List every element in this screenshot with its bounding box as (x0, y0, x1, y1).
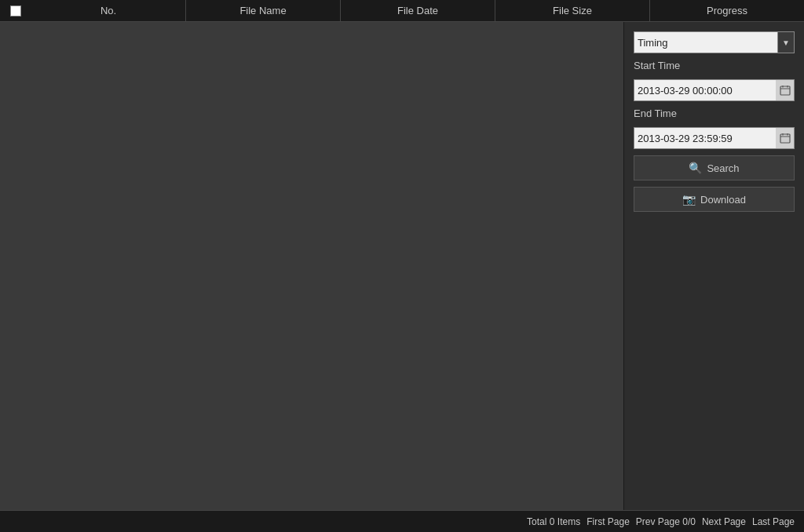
prev-page-btn[interactable]: Prev Page 0/0 (636, 516, 696, 527)
start-time-label: Start Time (634, 60, 795, 71)
type-select[interactable]: Timing Alarm Manual (634, 31, 795, 53)
end-time-calendar-icon[interactable] (776, 127, 795, 149)
search-icon: 🔍 (689, 162, 702, 174)
end-time-label: End Time (634, 107, 795, 119)
last-page-btn[interactable]: Last Page (752, 516, 795, 527)
col-header-progress: Progress (650, 0, 804, 21)
svg-rect-0 (780, 86, 790, 95)
search-button[interactable]: 🔍 Search (634, 155, 795, 180)
col-header-no: No. (31, 0, 186, 21)
download-button[interactable]: 📷 Download (634, 187, 795, 212)
next-page-btn[interactable]: Next Page (702, 516, 746, 527)
type-select-wrapper[interactable]: Timing Alarm Manual ▼ (634, 31, 795, 53)
table-body (0, 22, 623, 510)
main-area: Timing Alarm Manual ▼ Start Time (0, 22, 804, 510)
total-items-label: Total 0 Items (527, 516, 580, 527)
select-all-checkbox[interactable] (10, 5, 21, 16)
footer: Total 0 Items First Page Prev Page 0/0 N… (0, 510, 804, 532)
start-time-calendar-icon[interactable] (776, 79, 795, 101)
col-header-filesize: File Size (495, 0, 650, 21)
end-time-input[interactable] (634, 127, 795, 149)
right-panel: Timing Alarm Manual ▼ Start Time (623, 22, 804, 510)
start-time-input[interactable] (634, 79, 795, 101)
pagination-nav: First Page Prev Page 0/0 Next Page Last … (587, 516, 795, 527)
select-all-cell[interactable] (0, 5, 31, 16)
svg-rect-4 (780, 134, 790, 143)
end-time-wrapper[interactable] (634, 127, 795, 149)
camera-icon: 📷 (682, 193, 696, 206)
start-time-wrapper[interactable] (634, 79, 795, 101)
col-header-filename: File Name (186, 0, 341, 21)
app-container: No. File Name File Date File Size Progre… (0, 0, 804, 532)
first-page-btn[interactable]: First Page (587, 516, 630, 527)
table-header: No. File Name File Date File Size Progre… (0, 0, 804, 22)
col-header-filedate: File Date (341, 0, 495, 21)
